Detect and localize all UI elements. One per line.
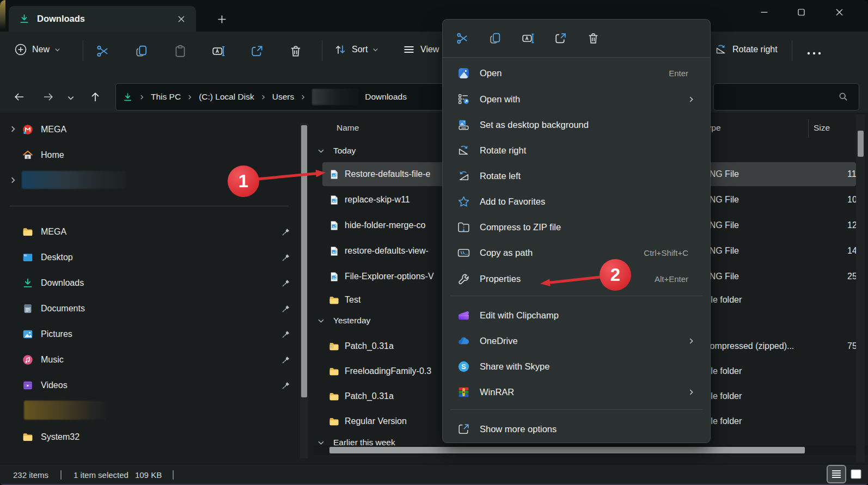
menu-shortcut: Ctrl+Shift+C xyxy=(644,248,688,257)
see-more-button[interactable] xyxy=(805,48,823,58)
minimize-button[interactable] xyxy=(747,0,781,24)
sort-button[interactable]: Sort xyxy=(334,43,378,56)
back-button[interactable] xyxy=(10,88,28,106)
menu-item-label: Compress to ZIP file xyxy=(480,222,561,232)
submenu-chevron-icon xyxy=(688,96,695,103)
pin-icon xyxy=(281,329,291,339)
close-button[interactable] xyxy=(822,0,856,24)
folder-icon xyxy=(328,366,340,377)
menu-item-rotate-right[interactable]: Rotate right xyxy=(446,138,707,163)
menu-item-compress-zip[interactable]: Compress to ZIP file xyxy=(446,214,707,240)
copy-button[interactable] xyxy=(135,44,149,58)
menu-item-rotate-left[interactable]: Rotate left xyxy=(446,163,707,188)
sidebar-item-documents[interactable]: Documents xyxy=(22,298,277,320)
menu-item-open[interactable]: Open Enter xyxy=(446,60,707,85)
folder-icon xyxy=(22,226,34,238)
sidebar-item-system32[interactable]: System32 xyxy=(22,426,277,448)
share-icon[interactable] xyxy=(554,32,567,45)
menu-divider xyxy=(450,296,702,296)
sidebar-item-redacted[interactable] xyxy=(22,171,126,189)
forward-button[interactable] xyxy=(39,88,58,106)
group-header-yesterday[interactable]: Yesterday xyxy=(317,316,370,326)
horizontal-scrollbar-thumb[interactable] xyxy=(329,447,805,453)
sidebar-item-pictures[interactable]: Pictures xyxy=(22,323,277,345)
share-button[interactable] xyxy=(250,44,264,58)
menu-item-winrar[interactable]: WinRAR xyxy=(446,379,707,404)
breadcrumb-drive[interactable]: (C:) Local Disk xyxy=(199,92,254,102)
menu-item-skype[interactable]: S Share with Skype xyxy=(446,354,707,379)
menu-item-onedrive[interactable]: OneDrive xyxy=(446,328,707,353)
column-header-name[interactable]: Name xyxy=(337,123,359,133)
breadcrumb-username-redacted[interactable] xyxy=(312,89,359,105)
paste-button[interactable] xyxy=(173,44,187,58)
zip-icon xyxy=(457,220,470,234)
details-view-button[interactable] xyxy=(828,466,845,482)
group-header-today[interactable]: Today xyxy=(317,146,356,156)
delete-button[interactable] xyxy=(289,44,303,58)
tab-downloads[interactable]: Downloads xyxy=(9,6,196,32)
group-label: Yesterday xyxy=(333,316,370,326)
view-button[interactable]: View xyxy=(402,43,439,56)
sidebar-item-mega-cloud[interactable]: MEGA xyxy=(22,119,277,140)
expand-chevron-icon[interactable] xyxy=(9,176,17,184)
column-separator[interactable] xyxy=(808,119,809,138)
rotate-right-button[interactable]: Rotate right xyxy=(714,43,778,56)
breadcrumb-downloads[interactable]: Downloads xyxy=(365,92,407,102)
menu-item-add-favorites[interactable]: Add to Favorites xyxy=(446,189,707,214)
items-count: 232 items xyxy=(13,470,48,480)
maximize-button[interactable] xyxy=(784,0,818,24)
rename-button[interactable] xyxy=(211,44,225,58)
tab-label: Downloads xyxy=(37,14,85,24)
menu-divider xyxy=(450,409,702,410)
sidebar-item-label: Downloads xyxy=(41,278,84,288)
open-with-icon xyxy=(457,93,470,106)
breadcrumb-this-pc[interactable]: This PC xyxy=(151,92,181,102)
sidebar-item-music[interactable]: Music xyxy=(22,349,277,371)
new-button[interactable]: New xyxy=(14,43,60,56)
menu-item-properties[interactable]: Properties Alt+Enter xyxy=(446,266,707,291)
rename-icon[interactable] xyxy=(521,32,535,45)
sidebar-item-videos[interactable]: Videos xyxy=(22,375,277,396)
desktop-icon xyxy=(22,251,34,263)
column-header-size[interactable]: Size xyxy=(814,123,830,133)
sidebar-item-downloads[interactable]: Downloads xyxy=(22,272,277,294)
menu-item-label: WinRAR xyxy=(480,387,514,397)
sidebar-item-label: Documents xyxy=(41,304,85,314)
list-scrollbar-track[interactable] xyxy=(856,114,865,463)
sidebar-scrollbar-thumb[interactable] xyxy=(301,125,307,397)
breadcrumb-users[interactable]: Users xyxy=(272,92,294,102)
sidebar-item-mega-folder[interactable]: MEGA xyxy=(22,221,277,243)
status-bar: 232 items 1 item selected 109 KB xyxy=(0,464,868,485)
menu-item-copy-path[interactable]: Copy as path Ctrl+Shift+C xyxy=(446,240,707,265)
thumbnail-view-button[interactable] xyxy=(847,466,865,482)
tab-close-icon[interactable] xyxy=(174,12,188,26)
photos-icon xyxy=(457,66,470,80)
list-scrollbar-thumb[interactable] xyxy=(858,131,864,157)
toolbar-divider xyxy=(83,40,83,61)
collapse-chevron-icon xyxy=(317,317,325,324)
menu-item-label: Properties xyxy=(480,274,521,284)
copy-icon[interactable] xyxy=(488,32,502,45)
sidebar-item-redacted[interactable] xyxy=(24,401,107,420)
up-button[interactable] xyxy=(86,88,105,106)
cut-button[interactable] xyxy=(96,44,110,58)
expand-chevron-icon[interactable] xyxy=(9,125,17,133)
chevron-down-icon xyxy=(54,47,60,53)
menu-item-show-more[interactable]: Show more options xyxy=(446,416,707,441)
menu-item-set-background[interactable]: Set as desktop background xyxy=(446,112,707,137)
sidebar-item-home[interactable]: Home xyxy=(22,144,277,166)
rotate-right-icon xyxy=(457,144,470,157)
menu-item-open-with[interactable]: Open with xyxy=(446,87,707,112)
pin-icon xyxy=(281,278,291,288)
menu-item-label: Add to Favorites xyxy=(480,197,545,207)
sidebar-item-desktop[interactable]: Desktop xyxy=(22,247,277,268)
recent-locations-button[interactable] xyxy=(62,89,80,107)
pin-icon xyxy=(281,253,291,262)
menu-item-clipchamp[interactable]: Edit with Clipchamp xyxy=(446,303,707,328)
new-tab-button[interactable] xyxy=(213,12,230,26)
trash-icon[interactable] xyxy=(586,32,600,45)
folder-icon xyxy=(328,294,340,306)
cut-icon[interactable] xyxy=(456,32,469,45)
new-button-label: New xyxy=(32,45,50,54)
image-file-icon xyxy=(328,194,340,206)
